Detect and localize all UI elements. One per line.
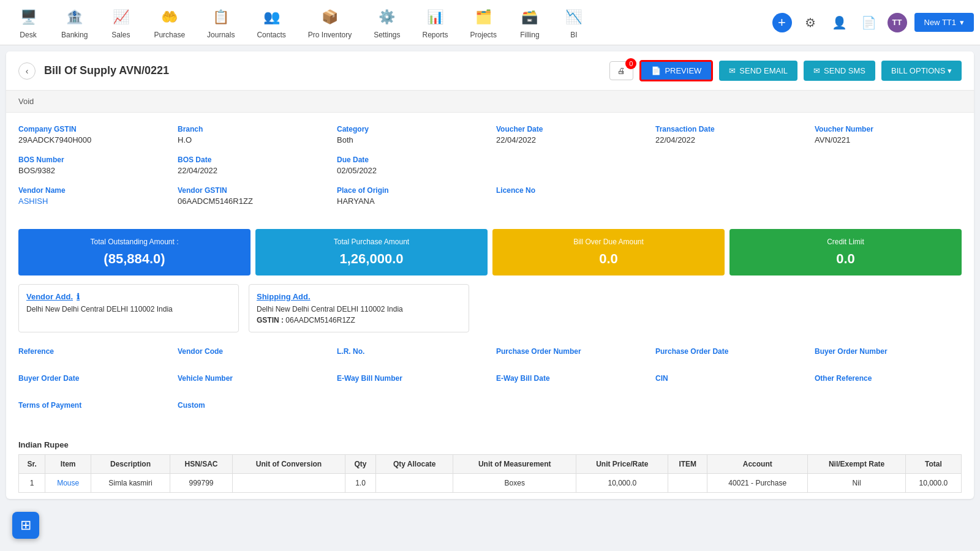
cell-account: 40021 - Purchase	[707, 474, 808, 493]
table-body: 1 Mouse Simla kasmiri 999799 1.0 Boxes 1…	[19, 474, 962, 493]
vendor-address-title[interactable]: Vendor Add. ℹ	[26, 292, 231, 301]
branch-value: H.O	[178, 135, 325, 144]
cell-item-col	[668, 474, 707, 493]
ref-value-po-date	[655, 357, 802, 367]
nav-item-purchase[interactable]: 🤲 Purchase	[143, 1, 196, 44]
gstin-label: GSTIN :	[257, 316, 284, 324]
ref-label-po-number: Purchase Order Number	[496, 347, 643, 356]
summary-cards: Total Outstanding Amount : (85,884.0) To…	[18, 229, 962, 276]
nav-item-bi[interactable]: 📉 BI	[552, 1, 596, 44]
projects-icon: 🗂️	[472, 6, 494, 28]
bos-number-field: BOS Number BOS/9382	[18, 156, 165, 175]
cell-qty-allocate	[376, 474, 453, 493]
reports-icon: 📊	[424, 6, 447, 28]
due-date-label: Due Date	[337, 156, 484, 164]
nav-label-pro-inventory: Pro Inventory	[308, 31, 352, 39]
col-description: Description	[91, 455, 170, 474]
vendor-gstin-field: Vendor GSTIN 06AADCM5146R1ZZ	[178, 186, 325, 206]
ref-field-terms-of-payment: Terms of Payment	[18, 401, 165, 421]
ref-label-eway-bill-date: E-Way Bill Date	[496, 374, 643, 383]
nav-item-pro-inventory[interactable]: 📦 Pro Inventory	[297, 1, 363, 44]
nav-item-desk[interactable]: 🖥️ Desk	[6, 1, 50, 44]
ref-label-cin: CIN	[655, 374, 802, 383]
col-hsn-sac: HSN/SAC	[170, 455, 232, 474]
contacts-icon: 👥	[260, 6, 282, 28]
purchase-icon: 🤲	[159, 6, 181, 28]
cell-nil-exempt: Nil	[808, 474, 905, 493]
ref-label-terms-of-payment: Terms of Payment	[18, 401, 165, 410]
vendor-name-value[interactable]: ASHISH	[18, 197, 165, 206]
nav-label-projects: Projects	[470, 31, 497, 39]
print-button[interactable]: 🖨 0	[609, 61, 633, 80]
nav-item-projects[interactable]: 🗂️ Projects	[459, 1, 508, 44]
voucher-date-label: Voucher Date	[496, 125, 643, 133]
people-icon[interactable]: 👤	[829, 12, 851, 34]
empty-ref-2	[496, 401, 643, 421]
ref-label-lr-no: L.R. No.	[337, 347, 484, 356]
gear-settings-icon[interactable]: ⚙	[799, 12, 821, 34]
cell-item[interactable]: Mouse	[45, 474, 91, 493]
shipping-address-title[interactable]: Shipping Add.	[257, 292, 461, 301]
bill-overdue-value: 0.0	[505, 251, 712, 267]
print-badge: 0	[625, 58, 636, 69]
document-icon[interactable]: 📄	[858, 12, 880, 34]
nav-label-bi: BI	[570, 31, 577, 39]
licence-no-field: Licence No	[496, 186, 643, 206]
top-navigation: 🖥️ Desk 🏦 Banking 📈 Sales 🤲 Purchase 📋 J…	[0, 0, 980, 45]
cell-unit-conversion	[233, 474, 345, 493]
bos-date-label: BOS Date	[178, 156, 325, 164]
place-of-origin-label: Place of Origin	[337, 186, 484, 195]
ref-value-eway-bill-date	[496, 384, 643, 394]
col-qty-allocate: Qty Allocate	[376, 455, 453, 474]
col-account: Account	[707, 455, 808, 474]
send-sms-button[interactable]: ✉ SEND SMS	[804, 61, 875, 81]
page-header: ‹ Bill Of Supply AVN/0221 🖨 0 📄 PREVIEW …	[6, 51, 974, 91]
add-button[interactable]: +	[772, 13, 792, 32]
vendor-address-box: Vendor Add. ℹ Delhi New Delhi Central DE…	[18, 284, 239, 332]
nav-label-banking: Banking	[61, 31, 88, 39]
due-date-field: Due Date 02/05/2022	[337, 156, 484, 175]
ref-value-other-reference	[815, 384, 962, 394]
nav-item-banking[interactable]: 🏦 Banking	[50, 1, 99, 44]
new-tt1-button[interactable]: New TT1 ▾	[914, 13, 974, 32]
table-header-row: Sr. Item Description HSN/SAC Unit of Con…	[19, 455, 962, 474]
avatar[interactable]: TT	[888, 13, 907, 32]
col-nil-exempt: Nil/Exempt Rate	[808, 455, 905, 474]
ref-field-po-date: Purchase Order Date	[655, 347, 802, 367]
sales-icon: 📈	[110, 6, 132, 28]
empty-field-3	[815, 156, 962, 175]
nav-item-reports[interactable]: 📊 Reports	[412, 1, 459, 44]
reference-section: Reference Vendor Code L.R. No. Purchase …	[6, 341, 974, 434]
ref-value-reference	[18, 357, 165, 367]
nav-label-contacts: Contacts	[257, 31, 285, 39]
bos-date-field: BOS Date 22/04/2022	[178, 156, 325, 175]
empty-ref-4	[815, 401, 962, 421]
ref-value-custom	[178, 411, 325, 421]
ref-value-cin	[655, 384, 802, 394]
bill-options-button[interactable]: BILL OPTIONS ▾	[881, 61, 962, 81]
send-email-button[interactable]: ✉ SEND EMAIL	[719, 61, 797, 81]
bos-number-label: BOS Number	[18, 156, 165, 164]
ref-label-other-reference: Other Reference	[815, 374, 962, 383]
total-purchase-value: 1,26,000.0	[268, 251, 475, 267]
void-bar: Void	[6, 91, 974, 113]
cell-qty: 1.0	[345, 474, 375, 493]
shipping-add-label: Shipping Add.	[257, 292, 311, 301]
ref-value-vendor-code	[178, 357, 325, 367]
ref-value-vehicle-number	[178, 384, 325, 394]
nav-right-section: + ⚙ 👤 📄 TT New TT1 ▾	[772, 12, 974, 34]
nav-item-contacts[interactable]: 👥 Contacts	[246, 1, 296, 44]
ref-field-cin: CIN	[655, 374, 802, 394]
nav-item-sales[interactable]: 📈 Sales	[99, 1, 143, 44]
back-button[interactable]: ‹	[18, 62, 36, 80]
page-title: Bill Of Supply AVN/0221	[44, 64, 609, 77]
nav-item-filling[interactable]: 🗃️ Filling	[508, 1, 552, 44]
ref-field-po-number: Purchase Order Number	[496, 347, 643, 367]
nav-item-journals[interactable]: 📋 Journals	[196, 1, 246, 44]
cell-unit-measurement: Boxes	[453, 474, 576, 493]
credit-limit-value: 0.0	[742, 251, 949, 267]
nav-item-settings[interactable]: ⚙️ Settings	[363, 1, 411, 44]
preview-button[interactable]: 📄 PREVIEW	[639, 60, 713, 81]
bi-icon: 📉	[563, 6, 585, 28]
licence-no-label: Licence No	[496, 186, 643, 195]
